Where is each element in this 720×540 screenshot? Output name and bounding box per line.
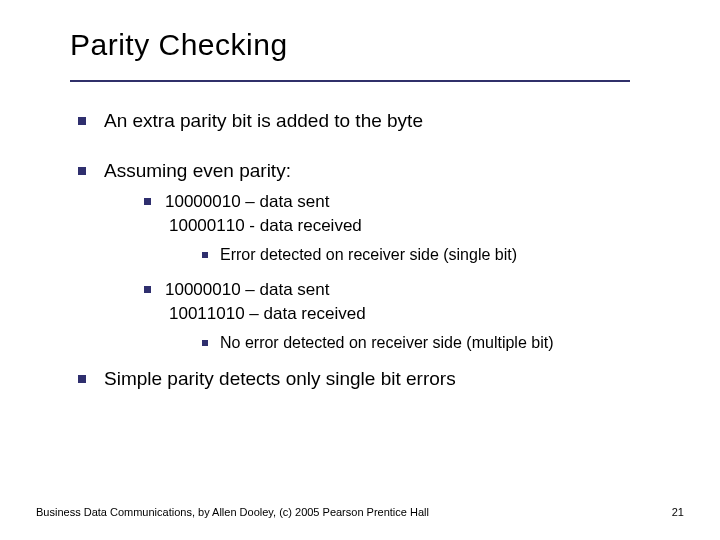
bullet-level3: Error detected on receiver side (single … [202, 246, 672, 264]
bullet-text-line2: 10000110 - data received [169, 216, 672, 236]
bullet-text: Simple parity detects only single bit er… [104, 368, 456, 390]
bullet-text: An extra parity bit is added to the byte [104, 110, 423, 132]
bullet-level2: 10000010 – data sent [144, 280, 672, 300]
square-bullet-icon [78, 167, 86, 175]
title-underline [70, 80, 630, 82]
square-bullet-icon [202, 252, 208, 258]
bullet-text-line2: 10011010 – data received [169, 304, 672, 324]
slide: Parity Checking An extra parity bit is a… [0, 0, 720, 540]
square-bullet-icon [78, 117, 86, 125]
bullet-text: 10000010 – data sent [165, 280, 329, 300]
square-bullet-icon [144, 286, 151, 293]
bullet-text: No error detected on receiver side (mult… [220, 334, 553, 352]
bullet-text: Assuming even parity: [104, 160, 291, 182]
square-bullet-icon [202, 340, 208, 346]
bullet-text: 10000010 – data sent [165, 192, 329, 212]
footer-text: Business Data Communications, by Allen D… [36, 506, 429, 518]
square-bullet-icon [78, 375, 86, 383]
bullet-level2: 10000010 – data sent [144, 192, 672, 212]
bullet-level1: Simple parity detects only single bit er… [78, 368, 672, 390]
bullet-level1: Assuming even parity: [78, 160, 672, 182]
slide-title: Parity Checking [70, 28, 672, 62]
square-bullet-icon [144, 198, 151, 205]
bullet-text: Error detected on receiver side (single … [220, 246, 517, 264]
bullet-level3: No error detected on receiver side (mult… [202, 334, 672, 352]
bullet-level1: An extra parity bit is added to the byte [78, 110, 672, 132]
page-number: 21 [672, 506, 684, 518]
